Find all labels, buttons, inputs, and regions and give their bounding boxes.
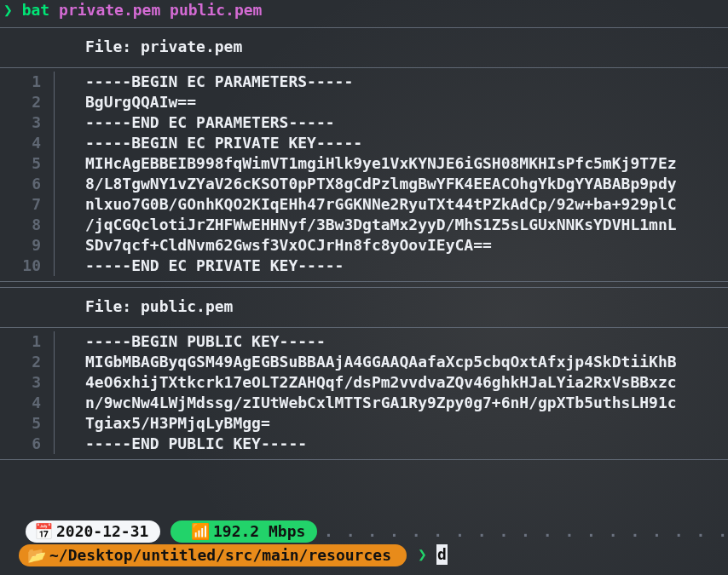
status-date: 2020-12-31 [56, 521, 148, 542]
status-path: ~/Desktop/untitled/src/main/resources [49, 545, 391, 566]
divider [0, 459, 728, 460]
gutter-bar [51, 153, 68, 174]
wifi-icon: 📶 [191, 521, 206, 542]
code-row: 7nlxuo7G0B/GOnhKQO2KIqEHh47rGGKNNe2RyuTX… [0, 194, 728, 215]
file-label: File: [85, 37, 141, 55]
file-name: private.pem [141, 37, 242, 55]
code-row: 10-----END EC PRIVATE KEY----- [0, 256, 728, 276]
code-line: 8/L8TgwNY1vZYaV26cKSOT0pPTX8gCdPzlmgBwYF… [68, 174, 728, 194]
prompt-arrow-secondary: ❯ [418, 544, 427, 565]
code-block: 1-----BEGIN EC PARAMETERS-----2BgUrgQQAI… [0, 72, 728, 276]
code-row: 4n/9wcNw4LWjMdssg/zIUtWebCxlMTTSrGA1Ry9Z… [0, 393, 728, 413]
line-number: 5 [0, 413, 51, 434]
line-number: 4 [0, 133, 51, 153]
code-line: MIGbMBAGByqGSM49AgEGBSuBBAAjA4GGAAQAafaX… [68, 352, 728, 372]
command-args: private.pem public.pem [59, 1, 262, 19]
gutter-bar [51, 174, 68, 194]
gutter-bar [51, 352, 68, 372]
gutter-bar [51, 413, 68, 434]
code-row: 3-----END EC PARAMETERS----- [0, 112, 728, 133]
divider [0, 281, 728, 282]
file-header: File: public.pem [0, 291, 728, 322]
divider [0, 67, 728, 68]
gutter-bar [51, 434, 68, 454]
code-line: -----BEGIN EC PARAMETERS----- [68, 72, 728, 92]
gutter-bar [51, 215, 68, 235]
command-line: ❯ bat private.pem public.pem [0, 0, 728, 22]
file-header: File: private.pem [0, 32, 728, 62]
status-net-pill: 📶 192.2 Mbps [170, 520, 317, 543]
status-bar: · · · · · · · · · · · · · · · · · · · · … [0, 520, 728, 568]
code-line: Tgiax5/H3PMjqLyBMgg= [68, 413, 728, 434]
line-number: 8 [0, 215, 51, 235]
gutter-bar [51, 331, 68, 352]
code-row: 34eO6xhijTXtkcrk17eOLT2ZAHQqf/dsPm2vvdva… [0, 372, 728, 393]
code-line: BgUrgQQAIw== [68, 92, 728, 112]
status-net: 192.2 Mbps [213, 521, 305, 542]
line-number: 3 [0, 112, 51, 133]
code-row: 1-----BEGIN EC PARAMETERS----- [0, 72, 728, 92]
code-line: -----END EC PRIVATE KEY----- [68, 256, 728, 276]
code-line: -----END PUBLIC KEY----- [68, 434, 728, 454]
code-block: 1-----BEGIN PUBLIC KEY-----2MIGbMBAGByqG… [0, 331, 728, 454]
gutter-bar [51, 194, 68, 215]
gutter-bar [51, 256, 68, 276]
divider [0, 27, 728, 28]
code-line: -----BEGIN PUBLIC KEY----- [68, 331, 728, 352]
code-line: nlxuo7G0B/GOnhKQO2KIqEHh47rGGKNNe2RyuTXt… [68, 194, 728, 215]
line-number: 3 [0, 372, 51, 393]
gutter-bar [51, 372, 68, 393]
code-row: 68/L8TgwNY1vZYaV26cKSOT0pPTX8gCdPzlmgBwY… [0, 174, 728, 194]
code-row: 5Tgiax5/H3PMjqLyBMgg= [0, 413, 728, 434]
status-path-pill: 📂 ~/Desktop/untitled/src/main/resources [19, 544, 407, 566]
status-date-pill: 📅 2020-12-31 [26, 520, 160, 543]
code-row: 6-----END PUBLIC KEY----- [0, 434, 728, 454]
line-number: 1 [0, 331, 51, 352]
command-name: bat [22, 1, 50, 19]
gutter-bar [51, 393, 68, 413]
code-line: -----BEGIN EC PRIVATE KEY----- [68, 133, 728, 153]
code-line: -----END EC PARAMETERS----- [68, 112, 728, 133]
calendar-icon: 📅 [34, 521, 49, 542]
gutter-bar [51, 92, 68, 112]
terminal[interactable]: ❯ bat private.pem public.pem File: priva… [0, 0, 728, 460]
code-line: SDv7qcf+CldNvm62Gwsf3VxOCJrHn8fc8yOovIEy… [68, 235, 728, 256]
code-line: MIHcAgEBBEIB998fqWimVT1mgiHlk9ye1VxKYNJE… [68, 153, 728, 174]
line-number: 2 [0, 92, 51, 112]
gutter-bar [51, 112, 68, 133]
code-line: 4eO6xhijTXtkcrk17eOLT2ZAHQqf/dsPm2vvdvaZ… [68, 372, 728, 393]
status-dots: · · · · · · · · · · · · · · · · · · · · … [324, 526, 725, 546]
file-label: File: [85, 297, 141, 315]
line-number: 6 [0, 174, 51, 194]
code-line: /jqCGQclotiJrZHFWwEHHNyf/3Bw3DgtaMx2yyD/… [68, 215, 728, 235]
code-row: 9SDv7qcf+CldNvm62Gwsf3VxOCJrHn8fc8yOovIE… [0, 235, 728, 256]
folder-icon: 📂 [27, 545, 43, 566]
line-number: 4 [0, 393, 51, 413]
typed-input[interactable]: d [436, 544, 448, 565]
line-number: 5 [0, 153, 51, 174]
prompt-arrow: ❯ [3, 1, 13, 19]
gutter-bar [51, 133, 68, 153]
code-row: 1-----BEGIN PUBLIC KEY----- [0, 331, 728, 352]
line-number: 7 [0, 194, 51, 215]
line-number: 10 [0, 256, 51, 276]
code-row: 4-----BEGIN EC PRIVATE KEY----- [0, 133, 728, 153]
gutter-bar [51, 72, 68, 92]
divider [0, 327, 728, 328]
code-row: 8/jqCGQclotiJrZHFWwEHHNyf/3Bw3DgtaMx2yyD… [0, 215, 728, 235]
code-line: n/9wcNw4LWjMdssg/zIUtWebCxlMTTSrGA1Ry9Zp… [68, 393, 728, 413]
line-number: 9 [0, 235, 51, 256]
gutter-bar [51, 235, 68, 256]
code-row: 2BgUrgQQAIw== [0, 92, 728, 112]
code-row: 5MIHcAgEBBEIB998fqWimVT1mgiHlk9ye1VxKYNJ… [0, 153, 728, 174]
divider [0, 287, 728, 288]
line-number: 2 [0, 352, 51, 372]
code-row: 2MIGbMBAGByqGSM49AgEGBSuBBAAjA4GGAAQAafa… [0, 352, 728, 372]
line-number: 6 [0, 434, 51, 454]
line-number: 1 [0, 72, 51, 92]
file-name: public.pem [141, 297, 233, 315]
